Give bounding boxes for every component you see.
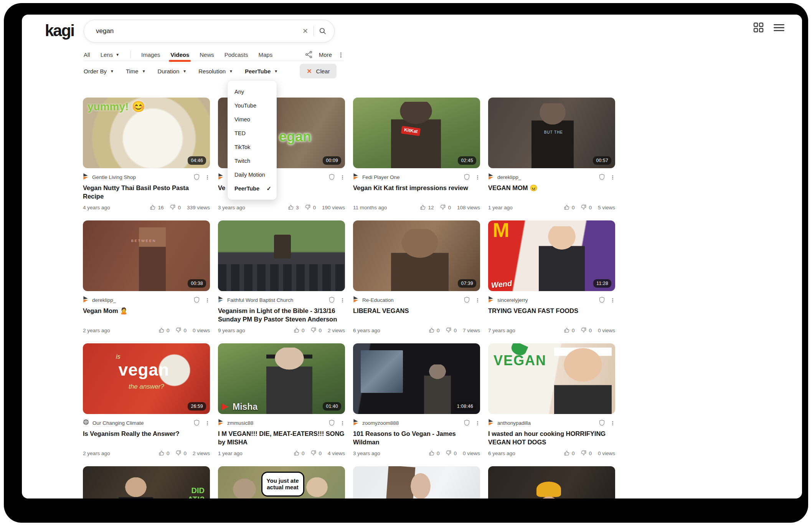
- channel-name[interactable]: sincerelyjerry: [497, 297, 528, 303]
- video-thumbnail[interactable]: 12:20 VEGAN: [488, 343, 615, 414]
- shield-icon[interactable]: [328, 296, 335, 304]
- video-title[interactable]: Vegan Nutty Thai Basil Pesto Pasta Recip…: [83, 184, 210, 200]
- video-thumbnail[interactable]: 02:45 KitKat: [353, 98, 480, 168]
- video-card[interactable]: 00:57 BUT THE dereklipp_ ⋮ VEGAN MOM 😠 1…: [488, 98, 615, 210]
- channel-name[interactable]: Faithful Word Baptist Church: [227, 297, 293, 303]
- video-thumbnail[interactable]: You just ate actual meat: [218, 466, 345, 499]
- clear-filters-button[interactable]: ✕ Clear: [300, 64, 337, 78]
- card-kebab-icon[interactable]: ⋮: [205, 175, 210, 180]
- video-card[interactable]: 04:46 yummy! 😊 Gentle Living Shop ⋮ Vega…: [83, 98, 210, 210]
- video-card[interactable]: ⋮: [488, 466, 615, 499]
- clear-search-icon[interactable]: ✕: [297, 27, 314, 35]
- tab-all[interactable]: All: [84, 48, 90, 61]
- card-kebab-icon[interactable]: ⋮: [340, 175, 345, 180]
- video-title[interactable]: 101 Reasons to Go Vegan - James Wildman: [353, 429, 480, 446]
- apps-grid-icon[interactable]: [753, 22, 764, 33]
- card-kebab-icon[interactable]: ⋮: [610, 175, 615, 180]
- channel-name[interactable]: Fedi Player One: [362, 174, 400, 180]
- shield-icon[interactable]: [193, 174, 200, 181]
- channel-name[interactable]: Gentle Living Shop: [92, 174, 136, 180]
- shield-icon[interactable]: [464, 419, 470, 427]
- video-card[interactable]: 1:08:46 zoomyzoom888 ⋮ 101 Reasons to Go…: [353, 343, 480, 456]
- video-title[interactable]: VEGAN MOM 😠: [488, 184, 615, 192]
- share-icon[interactable]: [305, 51, 313, 58]
- tab-videos[interactable]: Videos: [170, 48, 189, 61]
- video-card[interactable]: 12:20 VEGAN anthonypadilla ⋮ I wasted an…: [488, 343, 615, 456]
- filter-time[interactable]: Time▼: [126, 68, 146, 75]
- shield-icon[interactable]: [599, 174, 605, 181]
- video-card[interactable]: ⋮: [353, 466, 480, 499]
- dropdown-option-vimeo[interactable]: Vimeo: [228, 113, 277, 126]
- video-thumbnail[interactable]: [488, 466, 615, 499]
- video-card[interactable]: You just ate actual meat ⋮: [218, 466, 345, 499]
- shield-icon[interactable]: [599, 296, 605, 304]
- video-thumbnail[interactable]: 01:40 ▶Misha: [218, 343, 345, 414]
- dropdown-option-youtube[interactable]: YouTube: [228, 99, 277, 113]
- tab-images[interactable]: Images: [141, 48, 160, 61]
- video-card[interactable]: 02:45 KitKat Fedi Player One ⋮ Vegan Kit…: [353, 98, 480, 210]
- channel-name[interactable]: dereklipp_: [92, 297, 116, 303]
- filter-peertube[interactable]: PeerTube▼: [245, 68, 278, 75]
- channel-name[interactable]: zmmusic88: [227, 420, 253, 426]
- shield-icon[interactable]: [193, 419, 200, 427]
- channel-name[interactable]: anthonypadilla: [497, 420, 531, 426]
- tab-lens[interactable]: Lens▼: [101, 48, 119, 61]
- filter-duration[interactable]: Duration▼: [158, 68, 187, 75]
- video-title[interactable]: LIBERAL VEGANS: [353, 306, 480, 315]
- dropdown-option-ted[interactable]: TED: [228, 126, 277, 140]
- tab-podcasts[interactable]: Podcasts: [224, 48, 248, 61]
- search-input[interactable]: [84, 27, 297, 35]
- card-kebab-icon[interactable]: ⋮: [340, 298, 345, 303]
- video-title[interactable]: I M VEGAN!!! DIE, MEAT-EATERS!!! SONG by…: [218, 429, 345, 446]
- video-thumbnail[interactable]: 26:59 isveganthe answer?: [83, 343, 210, 414]
- video-card[interactable]: 00:38 BETWEEN dereklipp_ ⋮ Vegan Mom 🙎 2…: [83, 220, 210, 333]
- channel-name[interactable]: dereklipp_: [497, 174, 521, 180]
- shield-icon[interactable]: [193, 296, 200, 304]
- dropdown-option-any[interactable]: Any: [228, 85, 277, 99]
- channel-name[interactable]: Our Changing Climate: [92, 420, 144, 426]
- card-kebab-icon[interactable]: ⋮: [475, 421, 480, 426]
- video-card[interactable]: 01:40 ▶Misha zmmusic88 ⋮ I M VEGAN!!! DI…: [218, 343, 345, 456]
- filter-order-by[interactable]: Order By▼: [84, 68, 114, 75]
- more-tabs-button[interactable]: More: [319, 51, 332, 58]
- video-thumbnail[interactable]: 1:08:46: [353, 343, 480, 414]
- shield-icon[interactable]: [328, 174, 335, 181]
- video-card[interactable]: 1:04:12 Faithful Word Baptist Church ⋮ V…: [218, 220, 345, 333]
- video-thumbnail[interactable]: 11:28 MWend: [488, 220, 615, 291]
- video-card[interactable]: 07:39 Re-Education ⋮ LIBERAL VEGANS 6 ye…: [353, 220, 480, 333]
- video-thumbnail[interactable]: 07:39: [353, 220, 480, 291]
- card-kebab-icon[interactable]: ⋮: [205, 298, 210, 303]
- video-thumbnail[interactable]: [353, 466, 480, 499]
- dropdown-option-tiktok[interactable]: TikTok: [228, 140, 277, 154]
- video-title[interactable]: Vegan Mom 🙎: [83, 306, 210, 315]
- channel-name[interactable]: Re-Education: [362, 297, 394, 303]
- video-thumbnail[interactable]: 04:46 yummy! 😊: [83, 98, 210, 168]
- video-title[interactable]: I wasted an hour cooking HORRIFYING VEGA…: [488, 429, 615, 446]
- search-submit-button[interactable]: [314, 27, 334, 35]
- dropdown-option-peertube[interactable]: PeerTube✓: [228, 182, 277, 195]
- shield-icon[interactable]: [328, 419, 335, 427]
- channel-name[interactable]: zoomyzoom888: [362, 420, 399, 426]
- video-card[interactable]: DID AT!? ⋮: [83, 466, 210, 499]
- filter-resolution[interactable]: Resolution▼: [198, 68, 233, 75]
- dropdown-option-twitch[interactable]: Twitch: [228, 154, 277, 168]
- video-thumbnail[interactable]: 00:38 BETWEEN: [83, 220, 210, 291]
- video-thumbnail[interactable]: 00:57 BUT THE: [488, 98, 615, 168]
- shield-icon[interactable]: [464, 296, 470, 304]
- dropdown-option-daily-motion[interactable]: Daily Motion: [228, 168, 277, 182]
- video-title[interactable]: TRYING VEGAN FAST FOODS: [488, 306, 615, 315]
- card-kebab-icon[interactable]: ⋮: [205, 421, 210, 426]
- tab-maps[interactable]: Maps: [258, 48, 272, 61]
- video-title[interactable]: Vegan Kit Kat first impressions review: [353, 184, 480, 192]
- card-kebab-icon[interactable]: ⋮: [475, 175, 480, 180]
- card-kebab-icon[interactable]: ⋮: [475, 298, 480, 303]
- shield-icon[interactable]: [599, 419, 605, 427]
- video-thumbnail[interactable]: 1:04:12: [218, 220, 345, 291]
- video-thumbnail[interactable]: DID AT!?: [83, 466, 210, 499]
- video-card[interactable]: 26:59 isveganthe answer? Our Changing Cl…: [83, 343, 210, 456]
- video-title[interactable]: Veganism in Light of the Bible - 3/13/16…: [218, 306, 345, 323]
- video-title[interactable]: Is Veganism Really the Answer?: [83, 429, 210, 438]
- tab-news[interactable]: News: [200, 48, 214, 61]
- card-kebab-icon[interactable]: ⋮: [340, 421, 345, 426]
- card-kebab-icon[interactable]: ⋮: [610, 298, 615, 303]
